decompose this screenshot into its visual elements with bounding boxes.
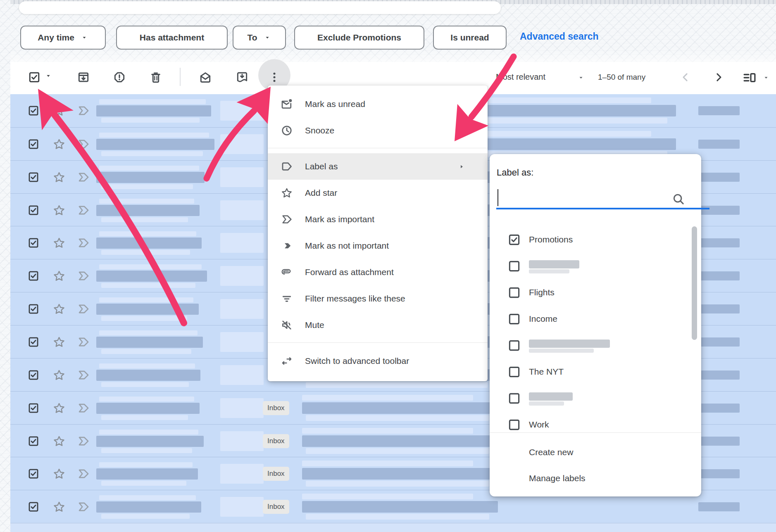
importance-marker-icon[interactable] <box>77 104 90 117</box>
importance-marker-icon[interactable] <box>77 435 90 448</box>
label-option-blurred[interactable] <box>490 332 690 359</box>
row-checkbox-checked[interactable] <box>28 435 39 447</box>
importance-marker-icon[interactable] <box>77 335 90 349</box>
sort-mode-label[interactable]: Most relevant <box>496 72 545 82</box>
importance-marker-icon[interactable] <box>77 368 90 382</box>
archive-icon[interactable] <box>77 71 90 84</box>
filter-chip-to[interactable]: To <box>233 26 286 50</box>
importance-marker-icon[interactable] <box>77 500 90 513</box>
sort-caret-icon[interactable] <box>577 75 585 81</box>
row-checkbox-checked[interactable] <box>28 501 39 513</box>
importance-marker-icon[interactable] <box>77 171 90 184</box>
select-dropdown-caret-icon[interactable] <box>44 73 53 79</box>
label-option-flights[interactable]: Flights <box>490 279 690 306</box>
importance-marker-icon[interactable] <box>77 302 90 316</box>
row-checkbox-checked[interactable] <box>28 270 39 282</box>
blurred-text-blob <box>96 105 211 116</box>
checkbox-checked-icon[interactable] <box>508 233 521 246</box>
row-checkbox-checked[interactable] <box>28 303 39 315</box>
menu-item-mark-as-not-important[interactable]: Mark as not important <box>268 233 488 259</box>
checkbox-empty-icon[interactable] <box>508 418 521 431</box>
label-option-the-nyt[interactable]: The NYT <box>490 359 690 385</box>
row-checkbox-checked[interactable] <box>28 402 39 414</box>
star-icon[interactable] <box>52 171 66 184</box>
label-option-blurred[interactable] <box>490 385 690 411</box>
star-icon[interactable] <box>52 269 66 283</box>
star-icon[interactable] <box>52 500 66 513</box>
checkbox-empty-icon[interactable] <box>508 339 521 352</box>
filter-chip-exclude-promotions[interactable]: Exclude Promotions <box>294 26 424 50</box>
star-icon[interactable] <box>52 467 66 480</box>
blurred-text-blob <box>101 448 192 453</box>
star-icon[interactable] <box>52 435 66 448</box>
next-page-chevron-icon[interactable] <box>712 71 725 83</box>
menu-item-add-star[interactable]: Add star <box>268 180 488 206</box>
checkbox-empty-icon[interactable] <box>508 392 521 405</box>
submenu-arrow-icon <box>459 164 465 170</box>
menu-item-switch-to-advanced-toolbar[interactable]: Switch to advanced toolbar <box>268 348 488 374</box>
filter-chip-label: Is unread <box>450 33 489 43</box>
row-checkbox-checked[interactable] <box>28 105 39 116</box>
row-checkbox-checked[interactable] <box>28 468 39 480</box>
menu-item-mark-as-important[interactable]: Mark as important <box>268 206 488 233</box>
menu-item-mute[interactable]: Mute <box>268 312 488 338</box>
more-options-icon[interactable] <box>268 71 281 84</box>
star-icon[interactable] <box>52 204 66 217</box>
advanced-search-link[interactable]: Advanced search <box>520 31 598 42</box>
blurred-text-blob <box>96 337 203 348</box>
filter-chip-is-unread[interactable]: Is unread <box>433 26 507 50</box>
label-option-blurred[interactable] <box>490 253 690 279</box>
checkbox-empty-icon[interactable] <box>508 286 521 299</box>
star-icon[interactable] <box>52 236 66 249</box>
blurred-text-blob <box>101 217 188 222</box>
checkbox-empty-icon[interactable] <box>508 313 521 325</box>
importance-marker-icon[interactable] <box>77 467 90 480</box>
split-pane-caret-icon[interactable] <box>762 75 770 81</box>
menu-item-filter-messages-like-these[interactable]: Filter messages like these <box>268 285 488 312</box>
menu-item-label-as[interactable]: Label as <box>268 153 488 180</box>
gmail-search-results-screen: Any timeHas attachmentToExclude Promotio… <box>0 0 776 532</box>
importance-marker-icon[interactable] <box>77 236 90 249</box>
blurred-text-blob <box>96 403 200 414</box>
importance-marker-icon[interactable] <box>77 401 90 415</box>
label-option-work[interactable]: Work <box>490 411 690 432</box>
importance-marker-icon[interactable] <box>77 269 90 283</box>
importance-marker-icon[interactable] <box>77 204 90 217</box>
label-action-manage-labels[interactable]: Manage labels <box>490 465 701 491</box>
importance-marker-icon[interactable] <box>77 138 90 151</box>
wallpaper-pattern-left <box>0 0 10 532</box>
blurred-text-blob <box>96 139 214 150</box>
checkbox-empty-icon[interactable] <box>508 260 521 273</box>
delete-icon[interactable] <box>149 71 162 84</box>
checkbox-empty-icon[interactable] <box>508 366 521 378</box>
previous-page-chevron-icon[interactable] <box>679 71 692 83</box>
move-to-icon[interactable] <box>236 71 249 84</box>
row-checkbox-checked[interactable] <box>28 138 39 150</box>
report-spam-icon[interactable] <box>113 71 126 84</box>
star-icon[interactable] <box>52 401 66 415</box>
menu-item-mark-as-unread[interactable]: Mark as unread <box>268 91 488 117</box>
row-checkbox-checked[interactable] <box>28 204 39 216</box>
label-option-promotions[interactable]: Promotions <box>490 226 690 253</box>
label-action-create-new[interactable]: Create new <box>490 439 701 465</box>
select-all-checkbox[interactable] <box>28 71 40 83</box>
filter-chip-has-attachment[interactable]: Has attachment <box>116 26 228 50</box>
scrollbar-thumb[interactable] <box>692 226 697 340</box>
split-pane-icon[interactable] <box>742 70 757 85</box>
star-icon[interactable] <box>52 302 66 316</box>
star-icon[interactable] <box>52 104 66 117</box>
row-checkbox-checked[interactable] <box>28 237 39 249</box>
row-checkbox-checked[interactable] <box>28 369 39 381</box>
row-checkbox-checked[interactable] <box>28 336 39 348</box>
blurred-text-blob <box>96 370 200 381</box>
star-icon[interactable] <box>52 368 66 382</box>
mark-as-read-icon[interactable] <box>199 71 212 84</box>
menu-item-forward-as-attachment[interactable]: Forward as attachment <box>268 259 488 285</box>
menu-item-snooze[interactable]: Snooze <box>268 117 488 144</box>
label-list-scrollbar[interactable] <box>692 226 697 432</box>
star-icon[interactable] <box>52 335 66 349</box>
row-checkbox-checked[interactable] <box>28 171 39 183</box>
star-icon[interactable] <box>52 138 66 151</box>
label-option-income[interactable]: Income <box>490 306 690 332</box>
filter-chip-any-time[interactable]: Any time <box>20 26 106 50</box>
